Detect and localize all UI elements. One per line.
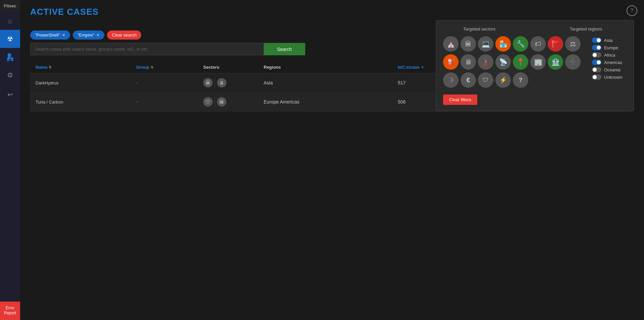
group-sort-icon: ⇅ xyxy=(151,65,153,69)
tag-powershell-remove[interactable]: ✕ xyxy=(62,33,65,38)
row-name: DarkHydrus xyxy=(36,80,136,85)
column-iocs-label: IoC:s/case xyxy=(398,65,420,70)
sector-government[interactable]: 🏛 xyxy=(461,36,476,52)
threats-icon: ☢ xyxy=(7,35,13,43)
sector-icon-government: 🏛 xyxy=(203,78,213,87)
sector-tower[interactable]: 🗼 xyxy=(478,54,493,70)
sidebar-item-home[interactable]: ⌂ xyxy=(0,12,20,30)
sector-scales[interactable]: ⚖ xyxy=(565,36,581,52)
region-asia-toggle[interactable] xyxy=(592,38,601,43)
help-button[interactable]: ? xyxy=(627,5,637,16)
region-europe-label: Europe xyxy=(604,45,618,50)
sectors-container: ⛪ 🏛 💻 🏪 🔧 🏷 🚩 ⚖ ⛽ 🖥 🗼 📡 📍 🏢 🏦 xyxy=(443,36,581,105)
sector-retail[interactable]: 🏪 xyxy=(495,36,511,52)
sector-medical[interactable]: ➕ xyxy=(565,54,581,70)
sector-question[interactable]: ? xyxy=(513,72,528,88)
gear-icon: ⚙ xyxy=(7,71,13,79)
sidebar: Fitsec ⌂ ☢ 👤👤👤 ⚙ ↩ Error Report xyxy=(0,0,20,320)
sectors-row-3: ☽ € 🛡 ⚡ ? xyxy=(443,72,581,88)
clear-filters-button[interactable]: Clear filters xyxy=(443,94,477,105)
column-name[interactable]: Name ⇅ xyxy=(36,65,136,70)
main-content: ACTIVE CASES Targeted sectors Targeted r… xyxy=(20,0,644,320)
row-group: - xyxy=(136,80,203,85)
sectors-row-1: ⛪ 🏛 💻 🏪 🔧 🏷 🚩 ⚖ xyxy=(443,36,581,52)
region-unknown-label: Unknown xyxy=(604,75,622,80)
home-icon: ⌂ xyxy=(8,17,12,25)
row-regions: Europe Americas xyxy=(264,99,398,105)
sector-building2[interactable]: 🏢 xyxy=(530,54,546,70)
name-sort-icon: ⇅ xyxy=(49,65,51,69)
row-sectors: 🏛 🖥 xyxy=(203,78,264,87)
sectors-row-2: ⛽ 🖥 🗼 📡 📍 🏢 🏦 ➕ xyxy=(443,54,581,70)
sector-shield[interactable]: 🛡 xyxy=(478,72,493,88)
targeted-sectors-label: Targeted sectors xyxy=(463,26,545,31)
column-name-label: Name xyxy=(36,65,47,70)
sector-flag[interactable]: 🚩 xyxy=(548,36,563,52)
row-group: - xyxy=(136,99,203,105)
sidebar-brand: Fitsec xyxy=(0,0,20,12)
column-group-label: Group xyxy=(136,65,149,70)
sector-bank[interactable]: 🏦 xyxy=(548,54,563,70)
sector-icon-monitor: 🖥 xyxy=(217,78,226,87)
sector-tag[interactable]: 🏷 xyxy=(530,36,546,52)
sector-church[interactable]: ⛪ xyxy=(443,36,459,52)
row-name: Turla / Carbon xyxy=(36,100,136,105)
page-title: ACTIVE CASES xyxy=(30,7,634,17)
regions-list: Asia Europe Africa Americas xyxy=(592,38,642,80)
iocs-sort-icon: ▼ xyxy=(421,65,424,69)
region-americas-toggle[interactable] xyxy=(592,60,601,65)
filter-panel-header: Targeted sectors Targeted regions xyxy=(443,26,627,31)
tag-powershell[interactable]: "PowerShell" ✕ xyxy=(30,30,70,40)
clear-search-button[interactable]: Clear search xyxy=(107,30,141,40)
clear-search-label: Clear search xyxy=(112,33,137,38)
region-oceania-label: Oceania xyxy=(604,67,620,72)
sector-moon[interactable]: ☽ xyxy=(443,72,459,88)
filter-panel: Targeted sectors Targeted regions ⛪ 🏛 💻 … xyxy=(436,20,634,111)
targeted-regions-label: Targeted regions xyxy=(545,26,627,31)
sector-location[interactable]: 📍 xyxy=(513,54,528,70)
search-row: Search xyxy=(30,43,305,55)
sector-euro[interactable]: € xyxy=(461,72,476,88)
region-unknown-toggle[interactable] xyxy=(592,74,601,80)
sector-monitor[interactable]: 🖥 xyxy=(461,54,476,70)
sidebar-item-settings[interactable]: ⚙ xyxy=(0,66,20,84)
sidebar-item-threats[interactable]: ☢ xyxy=(0,30,20,48)
search-input[interactable] xyxy=(30,43,264,55)
sector-icon-shield: 🛡 xyxy=(203,97,213,107)
column-group[interactable]: Group ⇅ xyxy=(136,65,203,70)
sectors-divider xyxy=(215,97,215,107)
logout-icon: ↩ xyxy=(7,90,13,99)
column-regions: Regions xyxy=(264,65,398,70)
region-asia: Asia xyxy=(592,38,642,43)
sidebar-item-logout[interactable]: ↩ xyxy=(0,85,20,104)
region-oceania-toggle[interactable] xyxy=(592,67,601,72)
tag-empire-label: "Empire" xyxy=(77,33,94,38)
regions-container: Asia Europe Africa Americas xyxy=(589,36,642,105)
column-sectors: Sectors xyxy=(203,65,264,70)
region-europe: Europe xyxy=(592,45,642,50)
region-americas-label: Americas xyxy=(604,60,622,65)
sector-antenna[interactable]: 📡 xyxy=(495,54,511,70)
region-africa-toggle[interactable] xyxy=(592,52,601,58)
region-europe-toggle[interactable] xyxy=(592,45,601,50)
sector-lightning[interactable]: ⚡ xyxy=(495,72,511,88)
sector-gas[interactable]: ⛽ xyxy=(443,54,459,70)
sector-it[interactable]: 💻 xyxy=(478,36,493,52)
tag-powershell-label: "PowerShell" xyxy=(35,33,60,38)
actors-icon: 👤👤👤 xyxy=(6,53,14,61)
row-sectors: 🛡 🏛 xyxy=(203,97,264,107)
row-regions: Asia xyxy=(264,80,398,85)
column-regions-label: Regions xyxy=(264,65,281,70)
error-report-button[interactable]: Error Report xyxy=(0,302,20,320)
search-button[interactable]: Search xyxy=(264,43,305,55)
sector-icon-bank: 🏛 xyxy=(217,97,226,107)
region-africa: Africa xyxy=(592,52,642,58)
sectors-divider xyxy=(215,78,215,87)
region-americas: Americas xyxy=(592,60,642,65)
sector-tools[interactable]: 🔧 xyxy=(513,36,528,52)
sidebar-item-actors[interactable]: 👤👤👤 xyxy=(0,48,20,66)
tag-empire[interactable]: "Empire" ✕ xyxy=(73,30,104,40)
tag-empire-remove[interactable]: ✕ xyxy=(96,33,100,38)
sidebar-bottom: Error Report xyxy=(0,302,20,320)
region-asia-label: Asia xyxy=(604,38,612,43)
